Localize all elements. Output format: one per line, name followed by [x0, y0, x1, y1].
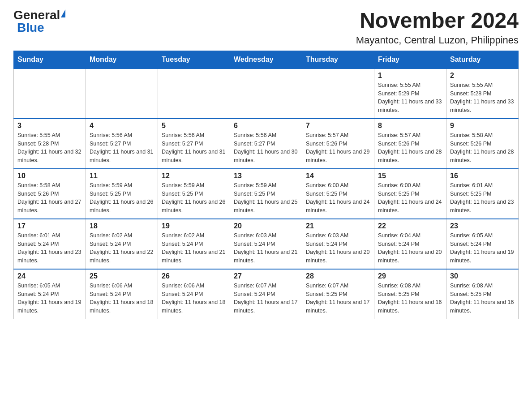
calendar-cell: 7Sunrise: 5:57 AMSunset: 5:26 PMDaylight…: [302, 119, 374, 169]
day-number: 2: [450, 72, 515, 80]
day-number: 10: [17, 172, 82, 180]
calendar-cell: 18Sunrise: 6:02 AMSunset: 5:24 PMDayligh…: [86, 219, 158, 269]
calendar-cell: [302, 68, 374, 119]
calendar-week-3: 10Sunrise: 5:58 AMSunset: 5:26 PMDayligh…: [14, 169, 519, 219]
calendar-cell: 2Sunrise: 5:55 AMSunset: 5:28 PMDaylight…: [446, 68, 519, 119]
day-number: 28: [306, 272, 370, 280]
logo: General Blue: [13, 9, 65, 34]
day-info: Sunrise: 5:59 AMSunset: 5:25 PMDaylight:…: [234, 181, 298, 215]
calendar-cell: [230, 68, 302, 119]
calendar-cell: [14, 68, 86, 119]
header: General Blue November 2024 Mayantoc, Cen…: [13, 9, 519, 46]
day-number: 17: [17, 222, 82, 230]
calendar-cell: 14Sunrise: 6:00 AMSunset: 5:25 PMDayligh…: [302, 169, 374, 219]
day-info: Sunrise: 5:55 AMSunset: 5:28 PMDaylight:…: [450, 81, 515, 115]
calendar-cell: 30Sunrise: 6:08 AMSunset: 5:25 PMDayligh…: [446, 269, 519, 319]
day-info: Sunrise: 6:04 AMSunset: 5:24 PMDaylight:…: [378, 231, 442, 265]
calendar-cell: 16Sunrise: 6:01 AMSunset: 5:25 PMDayligh…: [446, 169, 519, 219]
day-info: Sunrise: 6:05 AMSunset: 5:24 PMDaylight:…: [450, 231, 515, 265]
calendar-cell: 23Sunrise: 6:05 AMSunset: 5:24 PMDayligh…: [446, 219, 519, 269]
calendar-cell: 25Sunrise: 6:06 AMSunset: 5:24 PMDayligh…: [86, 269, 158, 319]
day-number: 13: [234, 172, 298, 180]
day-number: 8: [378, 122, 442, 130]
calendar-cell: 1Sunrise: 5:55 AMSunset: 5:29 PMDaylight…: [374, 68, 446, 119]
day-number: 6: [234, 122, 298, 130]
logo-general-text: General: [13, 9, 60, 21]
day-number: 18: [90, 222, 154, 230]
calendar-cell: 27Sunrise: 6:07 AMSunset: 5:24 PMDayligh…: [230, 269, 302, 319]
day-number: 9: [450, 122, 515, 130]
day-info: Sunrise: 5:56 AMSunset: 5:27 PMDaylight:…: [90, 131, 154, 165]
page-subtitle: Mayantoc, Central Luzon, Philippines: [356, 34, 519, 46]
day-info: Sunrise: 5:55 AMSunset: 5:29 PMDaylight:…: [378, 81, 442, 115]
day-number: 29: [378, 272, 442, 280]
calendar-cell: 22Sunrise: 6:04 AMSunset: 5:24 PMDayligh…: [374, 219, 446, 269]
logo-triangle-icon: [61, 9, 65, 17]
day-number: 22: [378, 222, 442, 230]
day-info: Sunrise: 5:55 AMSunset: 5:28 PMDaylight:…: [17, 131, 82, 165]
day-info: Sunrise: 5:58 AMSunset: 5:26 PMDaylight:…: [450, 131, 515, 165]
day-number: 16: [450, 172, 515, 180]
calendar-cell: 28Sunrise: 6:07 AMSunset: 5:25 PMDayligh…: [302, 269, 374, 319]
day-info: Sunrise: 6:07 AMSunset: 5:24 PMDaylight:…: [234, 282, 298, 315]
calendar-cell: 9Sunrise: 5:58 AMSunset: 5:26 PMDaylight…: [446, 119, 519, 169]
day-info: Sunrise: 5:57 AMSunset: 5:26 PMDaylight:…: [378, 131, 442, 165]
calendar-header-tuesday: Tuesday: [158, 51, 230, 68]
day-info: Sunrise: 5:59 AMSunset: 5:25 PMDaylight:…: [162, 181, 226, 215]
calendar-cell: 4Sunrise: 5:56 AMSunset: 5:27 PMDaylight…: [86, 119, 158, 169]
calendar-cell: 12Sunrise: 5:59 AMSunset: 5:25 PMDayligh…: [158, 169, 230, 219]
calendar-cell: 26Sunrise: 6:06 AMSunset: 5:24 PMDayligh…: [158, 269, 230, 319]
calendar-header-saturday: Saturday: [446, 51, 519, 68]
day-number: 12: [162, 172, 226, 180]
day-number: 4: [90, 122, 154, 130]
day-info: Sunrise: 5:59 AMSunset: 5:25 PMDaylight:…: [90, 181, 154, 215]
logo-blue-text: Blue: [13, 21, 44, 34]
calendar-cell: 20Sunrise: 6:03 AMSunset: 5:24 PMDayligh…: [230, 219, 302, 269]
calendar-header-thursday: Thursday: [302, 51, 374, 68]
day-info: Sunrise: 5:58 AMSunset: 5:26 PMDaylight:…: [17, 181, 82, 215]
calendar-cell: 8Sunrise: 5:57 AMSunset: 5:26 PMDaylight…: [374, 119, 446, 169]
day-number: 21: [306, 222, 370, 230]
day-info: Sunrise: 6:07 AMSunset: 5:25 PMDaylight:…: [306, 282, 370, 315]
day-info: Sunrise: 5:57 AMSunset: 5:26 PMDaylight:…: [306, 131, 370, 165]
calendar-cell: 29Sunrise: 6:08 AMSunset: 5:25 PMDayligh…: [374, 269, 446, 319]
title-area: November 2024 Mayantoc, Central Luzon, P…: [356, 9, 519, 46]
day-number: 20: [234, 222, 298, 230]
day-number: 7: [306, 122, 370, 130]
calendar-cell: 5Sunrise: 5:56 AMSunset: 5:27 PMDaylight…: [158, 119, 230, 169]
day-number: 3: [17, 122, 82, 130]
calendar-cell: 6Sunrise: 5:56 AMSunset: 5:27 PMDaylight…: [230, 119, 302, 169]
calendar-header-monday: Monday: [86, 51, 158, 68]
day-info: Sunrise: 6:05 AMSunset: 5:24 PMDaylight:…: [17, 282, 82, 315]
day-info: Sunrise: 6:02 AMSunset: 5:24 PMDaylight:…: [162, 231, 226, 265]
day-number: 23: [450, 222, 515, 230]
calendar-week-4: 17Sunrise: 6:01 AMSunset: 5:24 PMDayligh…: [14, 219, 519, 269]
calendar-header-wednesday: Wednesday: [230, 51, 302, 68]
day-info: Sunrise: 6:06 AMSunset: 5:24 PMDaylight:…: [162, 282, 226, 315]
calendar-cell: 15Sunrise: 6:00 AMSunset: 5:25 PMDayligh…: [374, 169, 446, 219]
day-number: 1: [378, 72, 442, 80]
calendar-table: SundayMondayTuesdayWednesdayThursdayFrid…: [13, 51, 519, 319]
calendar-header-sunday: Sunday: [14, 51, 86, 68]
day-info: Sunrise: 6:01 AMSunset: 5:24 PMDaylight:…: [17, 231, 82, 265]
day-info: Sunrise: 6:01 AMSunset: 5:25 PMDaylight:…: [450, 181, 515, 215]
day-number: 24: [17, 272, 82, 280]
day-info: Sunrise: 6:06 AMSunset: 5:24 PMDaylight:…: [90, 282, 154, 315]
day-number: 19: [162, 222, 226, 230]
calendar-cell: 11Sunrise: 5:59 AMSunset: 5:25 PMDayligh…: [86, 169, 158, 219]
day-info: Sunrise: 5:56 AMSunset: 5:27 PMDaylight:…: [234, 131, 298, 165]
calendar-cell: [158, 68, 230, 119]
calendar-header-row: SundayMondayTuesdayWednesdayThursdayFrid…: [14, 51, 519, 68]
day-number: 5: [162, 122, 226, 130]
day-info: Sunrise: 6:03 AMSunset: 5:24 PMDaylight:…: [234, 231, 298, 265]
calendar-week-1: 1Sunrise: 5:55 AMSunset: 5:29 PMDaylight…: [14, 68, 519, 119]
day-info: Sunrise: 6:08 AMSunset: 5:25 PMDaylight:…: [450, 282, 515, 315]
calendar-cell: 13Sunrise: 5:59 AMSunset: 5:25 PMDayligh…: [230, 169, 302, 219]
calendar-cell: 10Sunrise: 5:58 AMSunset: 5:26 PMDayligh…: [14, 169, 86, 219]
calendar-cell: 19Sunrise: 6:02 AMSunset: 5:24 PMDayligh…: [158, 219, 230, 269]
day-number: 27: [234, 272, 298, 280]
day-number: 25: [90, 272, 154, 280]
day-number: 14: [306, 172, 370, 180]
calendar-cell: 17Sunrise: 6:01 AMSunset: 5:24 PMDayligh…: [14, 219, 86, 269]
day-number: 11: [90, 172, 154, 180]
